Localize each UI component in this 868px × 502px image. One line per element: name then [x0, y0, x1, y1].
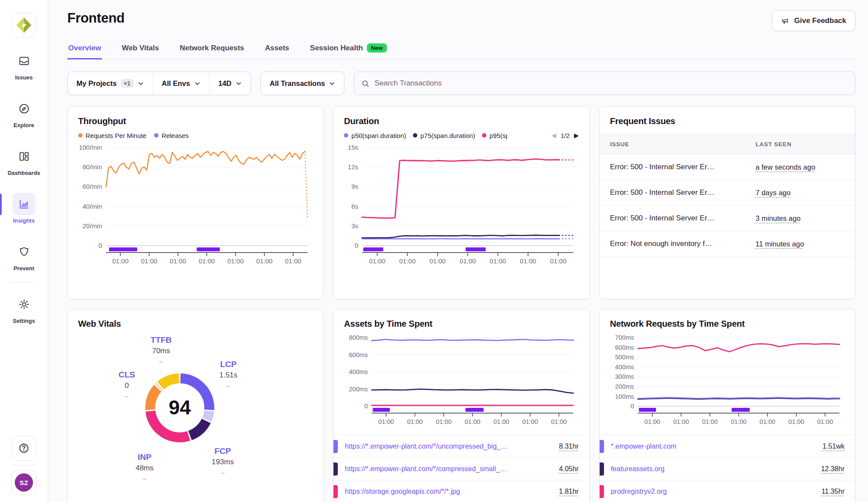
duration-legend: p50(span.duration)p75(span.duration)p95(… [344, 131, 578, 140]
projects-filter[interactable]: My Projects +1 [68, 72, 153, 95]
issue-last-seen[interactable]: 7 days ago [756, 189, 791, 197]
give-feedback-button[interactable]: Give Feedback [772, 10, 855, 31]
frequent-issues-card: Frequent Issues ISSUE LAST SEEN Error: 5… [599, 106, 855, 299]
legend-next-button[interactable]: ▶ [574, 132, 579, 139]
column-issue: ISSUE [610, 141, 756, 148]
web-vital-inp[interactable]: INP48ms– [135, 453, 154, 482]
time-spent-value[interactable]: 11.35hr [822, 488, 845, 495]
series-color-swatch [600, 440, 604, 453]
time-spent-value[interactable]: 4.05hr [559, 465, 578, 473]
tab-overview[interactable]: Overview [67, 41, 102, 59]
transactions-filter[interactable]: All Transactions [261, 72, 344, 95]
web-vital-lcp[interactable]: LCP1.51s– [219, 360, 238, 389]
throughput-chart[interactable]: 100/min80/min60/min40/min20/min001:0001:… [78, 141, 313, 272]
svg-text:600ms: 600ms [615, 344, 634, 351]
svg-text:15s: 15s [348, 144, 358, 151]
issue-last-seen[interactable]: 11 minutes ago [756, 240, 804, 248]
projects-filter-label: My Projects [76, 79, 117, 88]
transactions-filter-label: All Transactions [270, 79, 325, 88]
svg-text:01:00: 01:00 [285, 257, 301, 265]
assets-title: Assets by Time Spent [344, 319, 578, 329]
donut-segment-cls [150, 388, 158, 410]
domain-link[interactable]: prodregistryv2.org [611, 488, 815, 495]
environments-filter-label: All Envs [162, 79, 190, 88]
legend-item[interactable]: p75(span.duration) [413, 132, 475, 139]
issue-last-seen[interactable]: a few seconds ago [756, 163, 815, 171]
web-vital-ttfb[interactable]: TTFB70ms– [151, 335, 172, 365]
duration-title: Duration [344, 116, 578, 126]
sidebar-item-label: Explore [13, 122, 34, 128]
domain-row[interactable]: prodregistryv2.org11.35hr [600, 480, 855, 502]
time-spent-value[interactable]: 12.38hr [821, 465, 845, 473]
tab-session-health[interactable]: Session HealthNew [309, 41, 388, 59]
sidebar-item-settings[interactable]: Settings [0, 293, 48, 324]
explore-icon [13, 97, 35, 120]
domain-row[interactable]: featureassets.org12.38hr [600, 457, 855, 480]
sidebar-item-label: Dashboards [7, 170, 40, 176]
sidebar-item-dashboards[interactable]: Dashboards [0, 145, 48, 176]
time-spent-value[interactable]: 1.81hr [559, 488, 578, 495]
network-requests-chart[interactable]: 700ms600ms500ms400ms300ms200ms100ms001:0… [610, 333, 845, 432]
give-feedback-label: Give Feedback [794, 16, 846, 25]
asset-link[interactable]: https://*.empower-plant.com/*/compressed… [345, 465, 553, 473]
tab-web-vitals[interactable]: Web Vitals [121, 41, 160, 59]
web-vital-fcp[interactable]: FCP193ms– [211, 446, 234, 476]
time-spent-value[interactable]: 1.51wk [822, 443, 845, 450]
vital-name: INP [135, 453, 154, 462]
svg-text:0: 0 [364, 403, 368, 410]
svg-text:01:00: 01:00 [673, 418, 689, 425]
help-button[interactable] [11, 436, 36, 461]
legend-item[interactable]: Releases [154, 132, 189, 139]
environments-filter[interactable]: All Envs [153, 72, 209, 95]
user-menu-button[interactable]: SZ [11, 470, 36, 495]
svg-text:100ms: 100ms [615, 393, 634, 400]
domain-link[interactable]: *.empower-plant.com [611, 443, 817, 450]
search-input[interactable] [374, 79, 848, 88]
issue-last-seen[interactable]: 3 minutes ago [756, 214, 801, 222]
domain-row[interactable]: *.empower-plant.com1.51wk [600, 435, 855, 457]
sidebar-item-issues[interactable]: Issues [0, 49, 48, 81]
domain-link[interactable]: featureassets.org [611, 465, 815, 473]
sidebar-item-prevent[interactable]: Prevent [0, 240, 48, 272]
prevent-icon [13, 240, 35, 263]
issue-row[interactable]: Error: Not enough inventory f…11 minutes… [600, 231, 855, 257]
svg-text:01:00: 01:00 [522, 418, 538, 425]
asset-row[interactable]: https://*.empower-plant.com/*/uncompress… [333, 435, 589, 457]
network-requests-title: Network Requests by Time Spent [610, 319, 845, 329]
asset-row[interactable]: https://*.empower-plant.com/*/compressed… [333, 457, 589, 480]
svg-text:100/min: 100/min [79, 144, 102, 151]
date-range-filter[interactable]: 14D [209, 72, 251, 95]
issue-row[interactable]: Error: 500 - Internal Server Er…7 days a… [600, 180, 855, 206]
issue-row[interactable]: Error: 500 - Internal Server Er…3 minute… [600, 206, 855, 231]
web-vital-cls[interactable]: CLS0– [119, 370, 135, 400]
settings-icon [13, 293, 35, 315]
legend-item[interactable]: p95(span.duration) [482, 132, 507, 139]
chevron-down-icon [235, 80, 242, 87]
asset-row[interactable]: https://storage.googleapis.com/*/*.jpg1.… [333, 480, 589, 502]
svg-text:80/min: 80/min [83, 163, 102, 171]
org-logo[interactable] [12, 13, 36, 37]
tab-assets[interactable]: Assets [264, 41, 290, 59]
time-spent-value[interactable]: 8.31hr [559, 443, 578, 450]
asset-link[interactable]: https://storage.googleapis.com/*/*.jpg [345, 488, 553, 495]
throughput-title: Throughput [78, 116, 313, 126]
legend-item[interactable]: Requests Per Minute [78, 132, 146, 139]
issue-title: Error: 500 - Internal Server Er… [610, 188, 756, 197]
sidebar-item-explore[interactable]: Explore [0, 97, 48, 128]
sidebar-item-insights[interactable]: Insights [0, 193, 48, 224]
duration-chart[interactable]: 15s12s9s6s3s001:0001:0001:0001:0001:0001… [344, 141, 578, 272]
legend-item[interactable]: p50(span.duration) [344, 132, 406, 139]
svg-text:500ms: 500ms [615, 354, 634, 361]
module-tabs: OverviewWeb VitalsNetwork RequestsAssets… [67, 41, 855, 59]
legend-label: Releases [162, 132, 189, 139]
series-color-swatch [600, 463, 604, 476]
page-title: Frontend [67, 10, 125, 26]
assets-chart[interactable]: 800ms600ms400ms200ms001:0001:0001:0001:0… [344, 333, 578, 432]
asset-link[interactable]: https://*.empower-plant.com/*/uncompress… [345, 443, 553, 450]
issue-row[interactable]: Error: 500 - Internal Server Er…a few se… [600, 154, 855, 180]
legend-prev-button[interactable]: ◀ [551, 132, 556, 139]
issues-icon [13, 49, 35, 72]
tab-network-requests[interactable]: Network Requests [179, 41, 245, 59]
svg-text:400ms: 400ms [615, 364, 634, 371]
frequent-issues-rows: Error: 500 - Internal Server Er…a few se… [600, 154, 855, 257]
